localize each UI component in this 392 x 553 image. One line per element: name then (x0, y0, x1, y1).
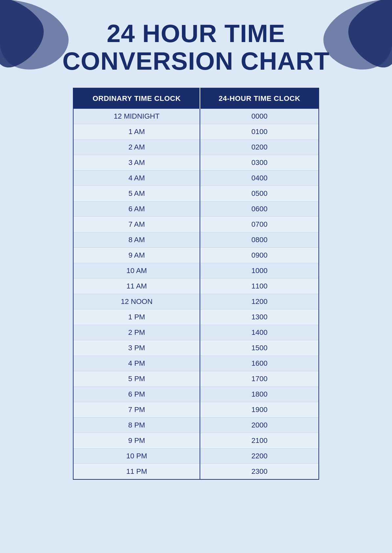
table-row: 12 NOON1200 (73, 294, 319, 310)
conversion-table: ORDINARY TIME CLOCK 24-HOUR TIME CLOCK 1… (73, 88, 319, 480)
table-row: 1 PM1300 (73, 310, 319, 325)
table-row: 1 AM0100 (73, 124, 319, 140)
ordinary-time-cell: 6 AM (73, 201, 200, 217)
table-row: 11 AM1100 (73, 279, 319, 294)
page-title: 24 HOUR TIME CONVERSION CHART (0, 0, 392, 88)
table-row: 7 AM0700 (73, 217, 319, 232)
table-row: 10 PM2200 (73, 449, 319, 464)
table-row: 11 PM2300 (73, 464, 319, 480)
table-row: 2 PM1400 (73, 325, 319, 340)
conversion-table-container: ORDINARY TIME CLOCK 24-HOUR TIME CLOCK 1… (73, 88, 319, 480)
table-row: 6 AM0600 (73, 201, 319, 217)
ordinary-time-cell: 3 PM (73, 340, 200, 356)
ordinary-time-cell: 12 NOON (73, 294, 200, 310)
military-time-cell: 0000 (200, 109, 319, 124)
military-time-cell: 1100 (200, 279, 319, 294)
table-header-row: ORDINARY TIME CLOCK 24-HOUR TIME CLOCK (73, 88, 319, 109)
table-row: 6 PM1800 (73, 387, 319, 402)
table-row: 8 PM2000 (73, 418, 319, 433)
ordinary-time-cell: 11 PM (73, 464, 200, 480)
military-time-cell: 0600 (200, 201, 319, 217)
military-time-cell: 2000 (200, 418, 319, 433)
table-row: 4 AM0400 (73, 171, 319, 186)
table-row: 5 AM0500 (73, 186, 319, 201)
military-time-cell: 1200 (200, 294, 319, 310)
military-time-cell: 0400 (200, 171, 319, 186)
military-time-cell: 2200 (200, 449, 319, 464)
ordinary-time-cell: 9 PM (73, 433, 200, 449)
table-row: 8 AM0800 (73, 232, 319, 248)
table-row: 10 AM1000 (73, 263, 319, 279)
military-time-cell: 1900 (200, 402, 319, 418)
table-row: 4 PM1600 (73, 356, 319, 371)
military-time-cell: 1400 (200, 325, 319, 340)
ordinary-time-cell: 5 PM (73, 371, 200, 387)
ordinary-time-cell: 8 AM (73, 232, 200, 248)
ordinary-time-cell: 4 AM (73, 171, 200, 186)
ordinary-time-cell: 10 AM (73, 263, 200, 279)
table-row: 9 PM2100 (73, 433, 319, 449)
ordinary-time-cell: 7 AM (73, 217, 200, 232)
military-time-cell: 0300 (200, 155, 319, 171)
ordinary-time-cell: 2 PM (73, 325, 200, 340)
military-time-cell: 2300 (200, 464, 319, 480)
military-time-cell: 0500 (200, 186, 319, 201)
col-header-ordinary: ORDINARY TIME CLOCK (73, 88, 200, 109)
title-line1: 24 HOUR TIME (107, 19, 285, 47)
table-row: 12 MIDNIGHT0000 (73, 109, 319, 124)
military-time-cell: 1800 (200, 387, 319, 402)
ordinary-time-cell: 1 AM (73, 124, 200, 140)
ordinary-time-cell: 10 PM (73, 449, 200, 464)
military-time-cell: 0700 (200, 217, 319, 232)
ordinary-time-cell: 5 AM (73, 186, 200, 201)
ordinary-time-cell: 6 PM (73, 387, 200, 402)
military-time-cell: 0900 (200, 248, 319, 263)
col-header-military: 24-HOUR TIME CLOCK (200, 88, 319, 109)
military-time-cell: 1700 (200, 371, 319, 387)
military-time-cell: 0800 (200, 232, 319, 248)
military-time-cell: 1500 (200, 340, 319, 356)
title-line2: CONVERSION CHART (62, 47, 330, 75)
table-row: 3 AM0300 (73, 155, 319, 171)
military-time-cell: 1000 (200, 263, 319, 279)
table-row: 2 AM0200 (73, 140, 319, 155)
ordinary-time-cell: 8 PM (73, 418, 200, 433)
table-row: 9 AM0900 (73, 248, 319, 263)
military-time-cell: 2100 (200, 433, 319, 449)
military-time-cell: 1300 (200, 310, 319, 325)
ordinary-time-cell: 7 PM (73, 402, 200, 418)
table-row: 3 PM1500 (73, 340, 319, 356)
military-time-cell: 0100 (200, 124, 319, 140)
ordinary-time-cell: 3 AM (73, 155, 200, 171)
ordinary-time-cell: 4 PM (73, 356, 200, 371)
military-time-cell: 0200 (200, 140, 319, 155)
ordinary-time-cell: 11 AM (73, 279, 200, 294)
table-row: 7 PM1900 (73, 402, 319, 418)
ordinary-time-cell: 9 AM (73, 248, 200, 263)
ordinary-time-cell: 1 PM (73, 310, 200, 325)
ordinary-time-cell: 12 MIDNIGHT (73, 109, 200, 124)
table-row: 5 PM1700 (73, 371, 319, 387)
ordinary-time-cell: 2 AM (73, 140, 200, 155)
military-time-cell: 1600 (200, 356, 319, 371)
